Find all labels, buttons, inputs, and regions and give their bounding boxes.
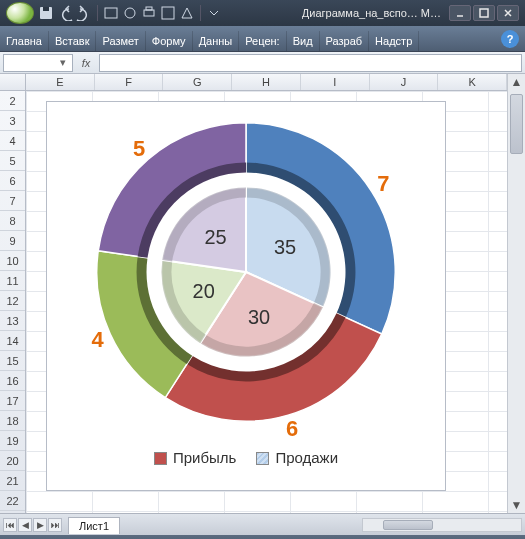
outer-label: 4 [91, 327, 104, 352]
col-header[interactable]: K [438, 74, 507, 90]
quick-access-toolbar [38, 5, 222, 21]
ribbon-tab[interactable]: Данны [193, 31, 240, 51]
qat-icon[interactable] [179, 5, 195, 21]
row-header[interactable]: 6 [0, 171, 25, 191]
ribbon-tab[interactable]: Надстр [369, 31, 419, 51]
minimize-button[interactable] [449, 5, 471, 21]
outer-label: 6 [286, 416, 298, 441]
tab-nav: ⏮ ◀ ▶ ⏭ [0, 518, 65, 532]
cell-area[interactable]: 764535302025 Прибыль Продажи [26, 91, 507, 513]
legend-item: Прибыль [154, 449, 236, 466]
row-header[interactable]: 12 [0, 291, 25, 311]
row-header[interactable]: 21 [0, 471, 25, 491]
print-icon[interactable] [141, 5, 157, 21]
fx-label[interactable]: fx [73, 57, 99, 69]
col-header[interactable]: H [232, 74, 301, 90]
chevron-down-icon[interactable]: ▾ [58, 56, 68, 69]
outer-label: 7 [377, 171, 389, 196]
row-header[interactable]: 13 [0, 311, 25, 331]
save-icon[interactable] [38, 5, 54, 21]
chart-object[interactable]: 764535302025 Прибыль Продажи [46, 101, 446, 491]
col-header[interactable]: G [163, 74, 232, 90]
undo-icon[interactable] [57, 5, 73, 21]
status-bar: Готово 100% − + [0, 535, 525, 539]
horizontal-scrollbar[interactable] [362, 518, 522, 532]
window-title: Диаграмма_на_вспо… M… [302, 7, 441, 19]
tab-last-icon[interactable]: ⏭ [48, 518, 62, 532]
scroll-down-icon[interactable]: ▼ [508, 497, 525, 513]
row-header[interactable]: 3 [0, 111, 25, 131]
sheet-tab-bar: ⏮ ◀ ▶ ⏭ Лист1 [0, 513, 525, 535]
office-button[interactable] [6, 2, 34, 24]
row-headers[interactable]: 2345678910111213141516171819202122 [0, 91, 26, 513]
sheet-tab[interactable]: Лист1 [68, 517, 120, 534]
maximize-button[interactable] [473, 5, 495, 21]
close-button[interactable] [497, 5, 519, 21]
scroll-up-icon[interactable]: ▲ [508, 74, 525, 90]
ribbon-tab[interactable]: Вставк [49, 31, 97, 51]
svg-rect-7 [480, 9, 488, 17]
svg-point-3 [125, 8, 135, 18]
row-header[interactable]: 10 [0, 251, 25, 271]
column-headers[interactable]: E F G H I J K [26, 74, 507, 91]
formula-input[interactable] [99, 54, 522, 72]
row-header[interactable]: 15 [0, 351, 25, 371]
row-header[interactable]: 22 [0, 491, 25, 511]
legend-label: Прибыль [173, 449, 236, 466]
chart-legend: Прибыль Продажи [47, 442, 445, 472]
svg-rect-5 [146, 7, 152, 10]
name-box[interactable]: ▾ [3, 54, 73, 72]
title-bar: Диаграмма_на_вспо… M… [0, 0, 525, 26]
legend-swatch-icon [256, 452, 269, 465]
col-header[interactable]: F [95, 74, 164, 90]
inner-label: 35 [274, 236, 296, 258]
tab-first-icon[interactable]: ⏮ [3, 518, 17, 532]
vertical-scrollbar[interactable]: ▲ ▼ [507, 74, 525, 513]
row-header[interactable]: 8 [0, 211, 25, 231]
scroll-thumb[interactable] [383, 520, 433, 530]
row-header[interactable]: 5 [0, 151, 25, 171]
row-header[interactable]: 19 [0, 431, 25, 451]
inner-label: 30 [248, 306, 270, 328]
ribbon-tab[interactable]: Вид [287, 31, 320, 51]
row-header[interactable]: 7 [0, 191, 25, 211]
ribbon-tab[interactable]: Размет [96, 31, 145, 51]
row-header[interactable]: 20 [0, 451, 25, 471]
select-all-corner[interactable] [0, 74, 26, 91]
svg-rect-6 [162, 7, 174, 19]
row-header[interactable]: 14 [0, 331, 25, 351]
ribbon-tab[interactable]: Разраб [320, 31, 370, 51]
tab-prev-icon[interactable]: ◀ [18, 518, 32, 532]
worksheet: E F G H I J K 23456789101112131415161718… [0, 74, 525, 513]
qat-more-icon[interactable] [206, 5, 222, 21]
ribbon-tab[interactable]: Форму [146, 31, 193, 51]
row-header[interactable]: 11 [0, 271, 25, 291]
row-header[interactable]: 2 [0, 91, 25, 111]
inner-label: 25 [204, 226, 226, 248]
row-header[interactable]: 17 [0, 391, 25, 411]
scroll-thumb[interactable] [510, 94, 523, 154]
row-header[interactable]: 16 [0, 371, 25, 391]
svg-rect-2 [105, 8, 117, 18]
col-header[interactable]: E [26, 74, 95, 90]
outer-label: 5 [133, 136, 145, 161]
help-icon[interactable]: ? [501, 30, 519, 48]
ribbon-tab[interactable]: Рецен: [239, 31, 286, 51]
qat-icon[interactable] [122, 5, 138, 21]
ribbon: Главна Вставк Размет Форму Данны Рецен: … [0, 26, 525, 52]
legend-item: Продажи [256, 449, 338, 466]
svg-rect-1 [43, 7, 49, 11]
redo-icon[interactable] [76, 5, 92, 21]
qat-icon[interactable] [160, 5, 176, 21]
row-header[interactable]: 9 [0, 231, 25, 251]
formula-bar: ▾ fx [0, 52, 525, 74]
row-header[interactable]: 4 [0, 131, 25, 151]
legend-swatch-icon [154, 452, 167, 465]
col-header[interactable]: J [370, 74, 439, 90]
qat-icon[interactable] [103, 5, 119, 21]
row-header[interactable]: 18 [0, 411, 25, 431]
ribbon-tab[interactable]: Главна [0, 31, 49, 51]
legend-label: Продажи [275, 449, 338, 466]
tab-next-icon[interactable]: ▶ [33, 518, 47, 532]
col-header[interactable]: I [301, 74, 370, 90]
